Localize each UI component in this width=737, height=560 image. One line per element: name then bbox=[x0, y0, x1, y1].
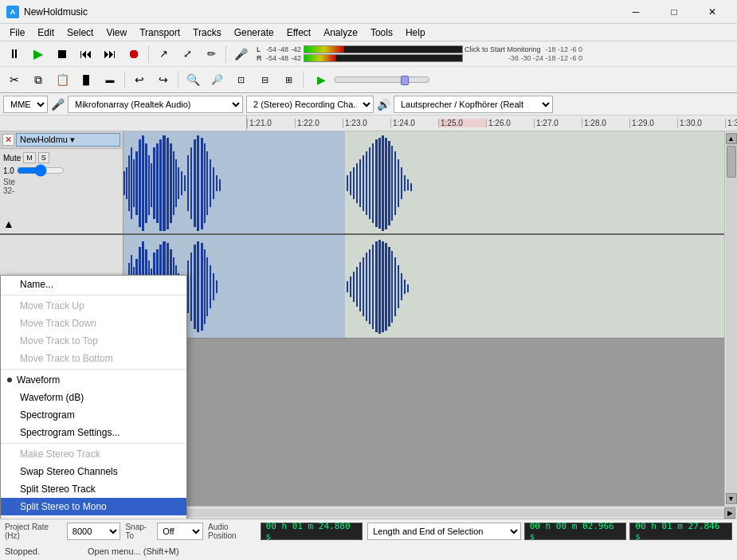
stop-button[interactable]: ⏹ bbox=[51, 45, 73, 64]
svg-rect-34 bbox=[350, 171, 351, 195]
play-at-speed[interactable]: ▶ bbox=[310, 70, 332, 89]
track-collapse-1[interactable]: ▲ bbox=[3, 217, 14, 230]
sel-end-display[interactable]: 00 h 01 m 27.846 s bbox=[629, 523, 732, 540]
close-button[interactable]: ✕ bbox=[694, 0, 731, 24]
skip-start-button[interactable]: ⏮ bbox=[75, 45, 97, 64]
play-button[interactable]: ▶ bbox=[27, 45, 49, 64]
tool-pencil[interactable]: ✏ bbox=[200, 45, 222, 64]
tool-envelope[interactable]: ⤢ bbox=[176, 45, 198, 64]
ctx-move-track-bottom: Move Track to Bottom bbox=[1, 350, 186, 367]
ctx-waveform-db[interactable]: Waveform (dB) bbox=[1, 389, 186, 406]
trim-button[interactable]: ▐▌ bbox=[75, 70, 97, 89]
svg-rect-26 bbox=[201, 138, 203, 229]
maximize-button[interactable]: □ bbox=[656, 0, 692, 24]
vertical-scrollbar[interactable]: ▲ ▼ bbox=[724, 131, 737, 506]
menu-generate[interactable]: Generate bbox=[228, 25, 280, 40]
menu-transport[interactable]: Transport bbox=[133, 25, 186, 40]
ctx-spectrogram[interactable]: Spectrogram bbox=[1, 406, 186, 424]
output-device-select[interactable]: Lautsprecher / Kopfhörer (Realt bbox=[394, 96, 553, 113]
mute-btn-1[interactable]: M bbox=[23, 152, 36, 163]
tool-mic[interactable]: 🎤 bbox=[229, 45, 252, 64]
menu-view[interactable]: View bbox=[100, 25, 133, 40]
track-name-btn-1[interactable]: NewHoldmu ▾ bbox=[16, 133, 120, 147]
context-menu: Name... Move Track Up Move Track Down Mo… bbox=[0, 275, 187, 519]
menu-file[interactable]: File bbox=[3, 25, 31, 40]
bottom-controls-row: Project Rate (Hz) 8000 Snap-To Off Audio… bbox=[0, 519, 737, 542]
ruler-mark-8: 1:29.0 bbox=[629, 119, 677, 127]
ctx-waveform[interactable]: Waveform bbox=[1, 371, 186, 389]
ctx-split-stereo[interactable]: Split Stereo Track bbox=[1, 480, 186, 498]
svg-rect-32 bbox=[219, 179, 221, 191]
zoom-fit-button[interactable]: ⊡ bbox=[229, 70, 252, 89]
svg-rect-87 bbox=[350, 276, 351, 297]
sel-start-display[interactable]: 00 h 00 m 02.966 s bbox=[524, 523, 627, 540]
ctx-split-stereo-mono[interactable]: Split Stereo to Mono bbox=[1, 498, 186, 515]
menu-edit[interactable]: Edit bbox=[31, 25, 61, 40]
ctx-name[interactable]: Name... bbox=[1, 276, 186, 293]
ctx-swap-stereo[interactable]: Swap Stereo Channels bbox=[1, 463, 186, 480]
audio-position-display[interactable]: 00 h 01 m 24.880 s bbox=[261, 523, 363, 540]
project-rate-select[interactable]: 8000 bbox=[67, 523, 121, 540]
svg-rect-28 bbox=[206, 151, 208, 215]
record-button[interactable]: ⏺ bbox=[123, 45, 145, 64]
svg-rect-90 bbox=[359, 262, 361, 311]
scroll-up-btn[interactable]: ▲ bbox=[726, 133, 737, 144]
ruler-mark-9: 1:30.0 bbox=[677, 119, 725, 127]
track-info-1: Ste 32- bbox=[0, 176, 123, 197]
zoom-in-button[interactable]: 🔍 bbox=[182, 70, 204, 89]
ruler-mark-10: 1:31.0 bbox=[725, 119, 737, 127]
svg-rect-97 bbox=[382, 241, 384, 332]
gain-slider-1[interactable] bbox=[17, 166, 65, 175]
scroll-thumb-v[interactable] bbox=[727, 146, 736, 178]
svg-rect-91 bbox=[363, 257, 364, 316]
copy-button[interactable]: ⧉ bbox=[27, 70, 49, 89]
redo-button[interactable]: ↪ bbox=[152, 70, 174, 89]
zoom-sel-button[interactable]: ⊟ bbox=[253, 70, 276, 89]
zoom-wave-button[interactable]: ⊞ bbox=[277, 70, 300, 89]
snap-to-select[interactable]: Off bbox=[157, 523, 203, 540]
paste-button[interactable]: 📋 bbox=[51, 70, 73, 89]
skip-end-button[interactable]: ⏭ bbox=[99, 45, 121, 64]
svg-rect-33 bbox=[347, 175, 348, 191]
scroll-right-btn[interactable]: ▶ bbox=[724, 507, 735, 519]
menu-analyze[interactable]: Analyze bbox=[317, 25, 364, 40]
waveform-1-bottom[interactable] bbox=[123, 235, 724, 338]
status-row: Stopped. Open menu... (Shift+M) bbox=[0, 542, 737, 560]
minimize-button[interactable]: ─ bbox=[617, 0, 654, 24]
svg-rect-18 bbox=[175, 159, 177, 207]
time-ruler: 1:21.0 1:22.0 1:23.0 1:24.0 1:25.0 1:26.… bbox=[0, 116, 737, 131]
audio-system-select[interactable]: MME bbox=[3, 96, 48, 113]
menu-select[interactable]: Select bbox=[61, 25, 100, 40]
ruler-mark-7: 1:28.0 bbox=[582, 119, 629, 127]
menu-tracks[interactable]: Tracks bbox=[186, 25, 228, 40]
silence-button[interactable]: ▬ bbox=[99, 70, 121, 89]
input-device-select[interactable]: Mikrofonarray (Realtek Audio) bbox=[68, 96, 243, 113]
undo-button[interactable]: ↩ bbox=[128, 70, 151, 89]
track-close-1[interactable]: ✕ bbox=[2, 134, 14, 146]
solo-btn-1[interactable]: S bbox=[38, 152, 49, 163]
ctx-spectrogram-settings[interactable]: Spectrogram Settings... bbox=[1, 424, 186, 441]
selection-type-select[interactable]: Length and End of Selection bbox=[367, 523, 521, 540]
audio-pos-section: Audio Position 00 h 01 m 24.880 s bbox=[208, 523, 363, 540]
app: A NewHoldmusic ─ □ ✕ File Edit Select Vi… bbox=[0, 0, 737, 560]
svg-rect-29 bbox=[210, 159, 211, 207]
svg-rect-0 bbox=[123, 171, 125, 195]
playback-speed-slider[interactable] bbox=[334, 76, 429, 83]
cut-button[interactable]: ✂ bbox=[3, 70, 25, 89]
svg-rect-41 bbox=[372, 143, 374, 223]
svg-rect-30 bbox=[213, 167, 214, 199]
menu-effect[interactable]: Effect bbox=[280, 25, 317, 40]
channels-select[interactable]: 2 (Stereo) Recording Cha... bbox=[246, 96, 374, 113]
tool-select[interactable]: ↗ bbox=[152, 45, 174, 64]
scroll-down-btn[interactable]: ▼ bbox=[726, 493, 737, 504]
svg-rect-100 bbox=[391, 251, 393, 323]
pause-button[interactable]: ⏸ bbox=[3, 45, 25, 64]
toolbars: ⏸ ▶ ⏹ ⏮ ⏭ ⏺ ↗ ⤢ ✏ 🎤 L -54-48-42 bbox=[0, 41, 737, 93]
svg-rect-39 bbox=[366, 151, 367, 215]
menu-help[interactable]: Help bbox=[399, 25, 432, 40]
start-monitoring-btn[interactable]: Click to Start Monitoring bbox=[465, 45, 541, 53]
scroll-track-v[interactable] bbox=[726, 144, 737, 493]
zoom-out-button[interactable]: 🔎 bbox=[206, 70, 228, 89]
waveform-1-top[interactable] bbox=[123, 131, 724, 233]
menu-tools[interactable]: Tools bbox=[364, 25, 399, 40]
